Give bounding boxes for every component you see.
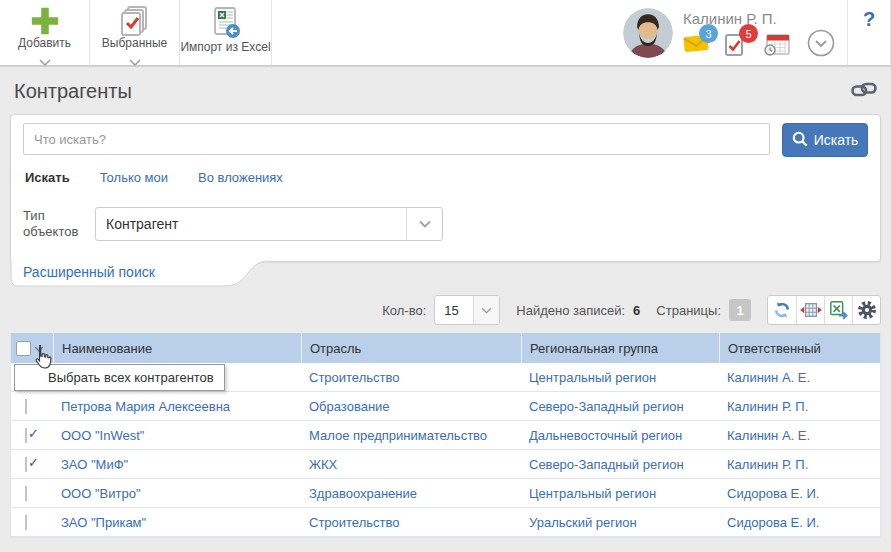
import-excel-label: Импорт из Excel [180, 41, 270, 54]
counterparty-name-link[interactable]: ООО "InWest" [61, 428, 144, 443]
counterparty-name-link[interactable]: Петрова Мария Алексеевна [61, 399, 230, 414]
responsible-link[interactable]: Сидорова Е. И. [727, 486, 819, 501]
region-link[interactable]: Северо-Западный регион [529, 457, 684, 472]
row-checkbox[interactable] [25, 457, 27, 472]
selected-button[interactable]: Выбранные [90, 0, 180, 65]
region-link[interactable]: Центральный регион [529, 486, 656, 501]
responsible-link[interactable]: Калинин Р. П. [727, 457, 808, 472]
mail-icon[interactable]: 3 [683, 33, 709, 55]
excel-export-icon [829, 300, 849, 320]
search-button[interactable]: Искать [782, 123, 868, 157]
stacked-docs-check-icon [118, 5, 152, 37]
industry-link[interactable]: Образование [309, 399, 390, 414]
tasks-badge: 5 [739, 24, 758, 43]
table-row[interactable]: ООО "InWest" Малое предпринимательство Д… [11, 421, 880, 450]
settings-button[interactable] [852, 296, 880, 324]
count-select[interactable]: 15 [434, 295, 500, 325]
industry-link[interactable]: Малое предпринимательство [309, 428, 487, 443]
chain-link-icon[interactable] [851, 81, 877, 102]
table-header: Наименование Отрасль Региональная группа… [11, 333, 880, 363]
help-button[interactable]: ? [847, 0, 891, 65]
responsible-link[interactable]: Калинин Р. П. [727, 399, 808, 414]
chevron-down-icon [129, 52, 141, 70]
top-toolbar: Добавить Выбранные [0, 0, 891, 67]
table-row[interactable]: ЗАО "Прикам" Строительство Уральский рег… [11, 508, 880, 537]
found-count: 6 [633, 303, 640, 318]
counterparty-name-link[interactable]: ООО "Витро" [61, 486, 141, 501]
tab-only-mine[interactable]: Только мои [100, 170, 168, 185]
select-all-checkbox[interactable] [16, 341, 31, 356]
chevron-down-circle-icon[interactable] [807, 33, 835, 55]
column-header-region[interactable]: Региональная группа [521, 333, 719, 363]
chevron-down-icon [406, 208, 442, 240]
column-header-responsible[interactable]: Ответственный [719, 333, 880, 363]
search-icon [792, 131, 808, 150]
tab-search[interactable]: Искать [25, 170, 70, 185]
tab-in-attachments[interactable]: Во вложениях [198, 170, 283, 185]
region-link[interactable]: Уральский регион [529, 515, 637, 530]
row-checkbox[interactable] [25, 428, 27, 443]
counterparties-table: Наименование Отрасль Региональная группа… [10, 333, 881, 538]
search-panel: Искать Искать Только мои Во вложениях Ти… [10, 114, 881, 262]
export-excel-button[interactable] [824, 296, 852, 324]
responsible-link[interactable]: Калинин А. Е. [727, 428, 810, 443]
pages-label: Страницы: [656, 303, 721, 318]
row-checkbox[interactable] [25, 399, 27, 414]
add-button[interactable]: Добавить [0, 0, 90, 65]
row-checkbox[interactable] [25, 486, 27, 501]
row-checkbox[interactable] [25, 515, 27, 530]
counterparty-name-link[interactable]: ЗАО "Прикам" [61, 515, 146, 530]
industry-link[interactable]: Здравоохранение [309, 486, 417, 501]
user-menu[interactable]: Калинин Р. П. 3 5 [623, 0, 847, 65]
advanced-search-tab: Расширенный поиск [10, 260, 272, 287]
list-controls: Кол-во: 15 Найдено записей: 6 Страницы: … [10, 295, 881, 325]
table-row[interactable]: Петрова Мария Алексеевна Образование Сев… [11, 392, 880, 421]
advanced-search-link[interactable]: Расширенный поиск [23, 264, 155, 280]
import-excel-button[interactable]: Импорт из Excel [180, 0, 272, 65]
count-label: Кол-во: [382, 303, 426, 318]
object-type-label: Тип объектов [23, 208, 81, 241]
gear-icon [857, 300, 877, 320]
refresh-button[interactable] [768, 296, 796, 324]
column-header-name[interactable]: Наименование [53, 333, 301, 363]
mail-badge: 3 [699, 24, 718, 43]
selected-button-label: Выбранные [102, 37, 167, 50]
table-row[interactable]: ООО "Витро" Здравоохранение Центральный … [11, 479, 880, 508]
excel-import-icon [210, 5, 242, 41]
chevron-down-icon [473, 296, 499, 324]
region-link[interactable]: Северо-Западный регион [529, 399, 684, 414]
column-resize-icon [800, 301, 822, 319]
object-type-select[interactable]: Контрагент [95, 207, 443, 241]
column-header-industry[interactable]: Отрасль [301, 333, 521, 363]
page-title: Контрагенты [14, 80, 132, 103]
add-button-label: Добавить [18, 37, 71, 50]
count-value: 15 [435, 303, 473, 318]
responsible-link[interactable]: Калинин А. Е. [727, 370, 810, 385]
industry-link[interactable]: Строительство [309, 515, 399, 530]
hand-pointer-cursor [31, 343, 54, 376]
found-label: Найдено записей: [516, 303, 625, 318]
region-link[interactable]: Дальневосточный регион [529, 428, 682, 443]
chevron-down-icon [39, 52, 51, 70]
industry-link[interactable]: ЖКХ [309, 457, 337, 472]
tasks-icon[interactable]: 5 [723, 33, 749, 55]
fit-columns-button[interactable] [796, 296, 824, 324]
plus-icon [29, 5, 61, 37]
responsible-link[interactable]: Сидорова Е. И. [727, 515, 819, 530]
search-input[interactable] [23, 123, 770, 155]
refresh-icon [772, 300, 792, 320]
region-link[interactable]: Центральный регион [529, 370, 656, 385]
counterparty-name-link[interactable]: ЗАО "МиФ" [61, 457, 128, 472]
industry-link[interactable]: Строительство [309, 370, 399, 385]
search-button-label: Искать [814, 132, 859, 148]
table-row[interactable]: ЗАО "МиФ" ЖКХ Северо-Западный регион Кал… [11, 450, 880, 479]
help-label: ? [863, 8, 875, 65]
page-number-button[interactable]: 1 [729, 299, 751, 321]
object-type-value: Контрагент [96, 216, 406, 232]
avatar[interactable] [623, 8, 673, 58]
calendar-icon[interactable] [763, 33, 793, 55]
